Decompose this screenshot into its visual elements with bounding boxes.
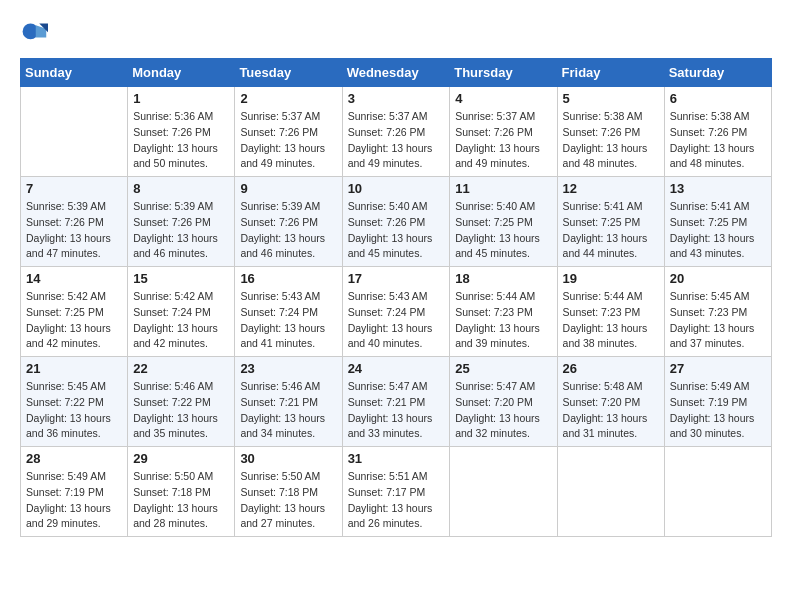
day-number: 19 (563, 271, 659, 286)
day-number: 20 (670, 271, 766, 286)
calendar-cell: 18Sunrise: 5:44 AM Sunset: 7:23 PM Dayli… (450, 267, 557, 357)
day-number: 1 (133, 91, 229, 106)
weekday-header-row: SundayMondayTuesdayWednesdayThursdayFrid… (21, 59, 772, 87)
day-number: 25 (455, 361, 551, 376)
calendar-cell: 25Sunrise: 5:47 AM Sunset: 7:20 PM Dayli… (450, 357, 557, 447)
calendar-cell: 4Sunrise: 5:37 AM Sunset: 7:26 PM Daylig… (450, 87, 557, 177)
day-number: 30 (240, 451, 336, 466)
day-info: Sunrise: 5:40 AM Sunset: 7:26 PM Dayligh… (348, 199, 445, 262)
day-number: 14 (26, 271, 122, 286)
calendar-cell: 19Sunrise: 5:44 AM Sunset: 7:23 PM Dayli… (557, 267, 664, 357)
calendar-cell: 16Sunrise: 5:43 AM Sunset: 7:24 PM Dayli… (235, 267, 342, 357)
day-info: Sunrise: 5:37 AM Sunset: 7:26 PM Dayligh… (455, 109, 551, 172)
calendar-cell: 26Sunrise: 5:48 AM Sunset: 7:20 PM Dayli… (557, 357, 664, 447)
calendar-cell: 22Sunrise: 5:46 AM Sunset: 7:22 PM Dayli… (128, 357, 235, 447)
day-number: 31 (348, 451, 445, 466)
calendar-cell: 9Sunrise: 5:39 AM Sunset: 7:26 PM Daylig… (235, 177, 342, 267)
day-info: Sunrise: 5:45 AM Sunset: 7:23 PM Dayligh… (670, 289, 766, 352)
day-number: 10 (348, 181, 445, 196)
logo-icon (20, 20, 48, 48)
calendar-week-4: 21Sunrise: 5:45 AM Sunset: 7:22 PM Dayli… (21, 357, 772, 447)
calendar-cell: 20Sunrise: 5:45 AM Sunset: 7:23 PM Dayli… (664, 267, 771, 357)
calendar-table: SundayMondayTuesdayWednesdayThursdayFrid… (20, 58, 772, 537)
day-number: 18 (455, 271, 551, 286)
day-info: Sunrise: 5:45 AM Sunset: 7:22 PM Dayligh… (26, 379, 122, 442)
day-info: Sunrise: 5:39 AM Sunset: 7:26 PM Dayligh… (133, 199, 229, 262)
day-info: Sunrise: 5:41 AM Sunset: 7:25 PM Dayligh… (670, 199, 766, 262)
calendar-cell: 27Sunrise: 5:49 AM Sunset: 7:19 PM Dayli… (664, 357, 771, 447)
day-info: Sunrise: 5:50 AM Sunset: 7:18 PM Dayligh… (240, 469, 336, 532)
calendar-week-5: 28Sunrise: 5:49 AM Sunset: 7:19 PM Dayli… (21, 447, 772, 537)
day-number: 11 (455, 181, 551, 196)
calendar-week-2: 7Sunrise: 5:39 AM Sunset: 7:26 PM Daylig… (21, 177, 772, 267)
day-info: Sunrise: 5:47 AM Sunset: 7:20 PM Dayligh… (455, 379, 551, 442)
calendar-week-3: 14Sunrise: 5:42 AM Sunset: 7:25 PM Dayli… (21, 267, 772, 357)
day-info: Sunrise: 5:38 AM Sunset: 7:26 PM Dayligh… (563, 109, 659, 172)
calendar-cell (557, 447, 664, 537)
calendar-cell: 21Sunrise: 5:45 AM Sunset: 7:22 PM Dayli… (21, 357, 128, 447)
calendar-cell: 29Sunrise: 5:50 AM Sunset: 7:18 PM Dayli… (128, 447, 235, 537)
day-number: 16 (240, 271, 336, 286)
day-number: 22 (133, 361, 229, 376)
day-info: Sunrise: 5:38 AM Sunset: 7:26 PM Dayligh… (670, 109, 766, 172)
day-number: 24 (348, 361, 445, 376)
day-number: 28 (26, 451, 122, 466)
weekday-wednesday: Wednesday (342, 59, 450, 87)
calendar-cell: 1Sunrise: 5:36 AM Sunset: 7:26 PM Daylig… (128, 87, 235, 177)
weekday-thursday: Thursday (450, 59, 557, 87)
day-info: Sunrise: 5:46 AM Sunset: 7:22 PM Dayligh… (133, 379, 229, 442)
day-number: 3 (348, 91, 445, 106)
calendar-cell: 3Sunrise: 5:37 AM Sunset: 7:26 PM Daylig… (342, 87, 450, 177)
day-number: 7 (26, 181, 122, 196)
weekday-tuesday: Tuesday (235, 59, 342, 87)
calendar-body: 1Sunrise: 5:36 AM Sunset: 7:26 PM Daylig… (21, 87, 772, 537)
calendar-cell: 7Sunrise: 5:39 AM Sunset: 7:26 PM Daylig… (21, 177, 128, 267)
day-info: Sunrise: 5:37 AM Sunset: 7:26 PM Dayligh… (348, 109, 445, 172)
day-info: Sunrise: 5:39 AM Sunset: 7:26 PM Dayligh… (26, 199, 122, 262)
day-number: 12 (563, 181, 659, 196)
day-info: Sunrise: 5:43 AM Sunset: 7:24 PM Dayligh… (348, 289, 445, 352)
logo (20, 20, 52, 48)
calendar-cell: 15Sunrise: 5:42 AM Sunset: 7:24 PM Dayli… (128, 267, 235, 357)
day-info: Sunrise: 5:40 AM Sunset: 7:25 PM Dayligh… (455, 199, 551, 262)
day-number: 23 (240, 361, 336, 376)
weekday-saturday: Saturday (664, 59, 771, 87)
day-info: Sunrise: 5:36 AM Sunset: 7:26 PM Dayligh… (133, 109, 229, 172)
day-info: Sunrise: 5:44 AM Sunset: 7:23 PM Dayligh… (563, 289, 659, 352)
page-header (20, 20, 772, 48)
day-info: Sunrise: 5:42 AM Sunset: 7:25 PM Dayligh… (26, 289, 122, 352)
day-info: Sunrise: 5:50 AM Sunset: 7:18 PM Dayligh… (133, 469, 229, 532)
calendar-cell: 24Sunrise: 5:47 AM Sunset: 7:21 PM Dayli… (342, 357, 450, 447)
day-info: Sunrise: 5:47 AM Sunset: 7:21 PM Dayligh… (348, 379, 445, 442)
calendar-cell (21, 87, 128, 177)
day-info: Sunrise: 5:43 AM Sunset: 7:24 PM Dayligh… (240, 289, 336, 352)
day-info: Sunrise: 5:42 AM Sunset: 7:24 PM Dayligh… (133, 289, 229, 352)
day-number: 9 (240, 181, 336, 196)
calendar-cell: 30Sunrise: 5:50 AM Sunset: 7:18 PM Dayli… (235, 447, 342, 537)
calendar-cell: 12Sunrise: 5:41 AM Sunset: 7:25 PM Dayli… (557, 177, 664, 267)
day-info: Sunrise: 5:46 AM Sunset: 7:21 PM Dayligh… (240, 379, 336, 442)
calendar-cell: 6Sunrise: 5:38 AM Sunset: 7:26 PM Daylig… (664, 87, 771, 177)
day-info: Sunrise: 5:48 AM Sunset: 7:20 PM Dayligh… (563, 379, 659, 442)
day-info: Sunrise: 5:51 AM Sunset: 7:17 PM Dayligh… (348, 469, 445, 532)
day-number: 15 (133, 271, 229, 286)
day-info: Sunrise: 5:44 AM Sunset: 7:23 PM Dayligh… (455, 289, 551, 352)
calendar-cell (450, 447, 557, 537)
day-number: 27 (670, 361, 766, 376)
calendar-cell: 11Sunrise: 5:40 AM Sunset: 7:25 PM Dayli… (450, 177, 557, 267)
day-number: 8 (133, 181, 229, 196)
calendar-cell: 8Sunrise: 5:39 AM Sunset: 7:26 PM Daylig… (128, 177, 235, 267)
day-number: 17 (348, 271, 445, 286)
calendar-week-1: 1Sunrise: 5:36 AM Sunset: 7:26 PM Daylig… (21, 87, 772, 177)
calendar-cell: 17Sunrise: 5:43 AM Sunset: 7:24 PM Dayli… (342, 267, 450, 357)
day-number: 2 (240, 91, 336, 106)
day-info: Sunrise: 5:41 AM Sunset: 7:25 PM Dayligh… (563, 199, 659, 262)
calendar-cell (664, 447, 771, 537)
calendar-cell: 5Sunrise: 5:38 AM Sunset: 7:26 PM Daylig… (557, 87, 664, 177)
weekday-sunday: Sunday (21, 59, 128, 87)
weekday-friday: Friday (557, 59, 664, 87)
day-info: Sunrise: 5:39 AM Sunset: 7:26 PM Dayligh… (240, 199, 336, 262)
calendar-cell: 13Sunrise: 5:41 AM Sunset: 7:25 PM Dayli… (664, 177, 771, 267)
calendar-cell: 10Sunrise: 5:40 AM Sunset: 7:26 PM Dayli… (342, 177, 450, 267)
day-number: 6 (670, 91, 766, 106)
